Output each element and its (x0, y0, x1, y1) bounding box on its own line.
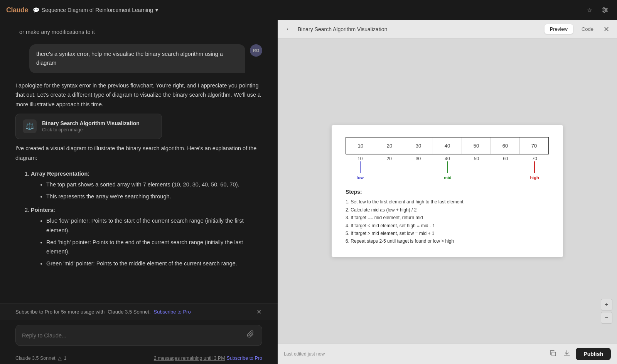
svg-point-4 (605, 9, 607, 11)
artifact-icon: ⚖️ (23, 119, 37, 133)
user-message: there's a syntax error, help me visualis… (15, 44, 262, 73)
chat-panel: or make any modifications to it there's … (0, 20, 278, 364)
response-list: Array Representation: The top part shows… (15, 168, 262, 271)
svg-text:high: high (530, 175, 539, 180)
pointers-svg: low mid high (346, 161, 549, 183)
avatar: RO (250, 44, 262, 57)
preview-content: 10 20 30 40 50 60 70 10203040506070 low (278, 39, 617, 344)
zoom-controls: + − (601, 299, 612, 324)
array-label: 30 (404, 154, 433, 161)
reply-input[interactable] (22, 332, 243, 339)
preview-back-button[interactable]: ← (284, 23, 294, 35)
download-button[interactable] (562, 348, 572, 360)
array-label: 20 (374, 154, 403, 161)
array-labels: 10203040506070 (346, 154, 549, 161)
list-item: This represents the array we're searchin… (46, 192, 262, 201)
preview-header-right: Preview Code ✕ (545, 23, 611, 35)
artifact-subtitle: Click to open image (42, 127, 140, 133)
publish-button[interactable]: Publish (576, 348, 611, 360)
status-right: 2 messages remaining until 3 PM Subscrib… (154, 356, 262, 361)
input-box (15, 325, 262, 346)
settings-button[interactable] (599, 4, 611, 16)
list-item: The top part shows a sorted array with 7… (46, 180, 262, 190)
input-area (0, 320, 278, 352)
list-item: Green 'mid' pointer: Points to the middl… (46, 259, 262, 268)
tab-code[interactable]: Code (576, 24, 599, 34)
last-edited: Last edited just now (284, 351, 325, 357)
svg-rect-12 (552, 352, 556, 356)
array-label: 70 (520, 154, 549, 161)
preview-header-left: ← Binary Search Algorithm Visualization (284, 23, 387, 35)
steps-list: 1. Set low to the first element and high… (346, 198, 549, 245)
close-notification-button[interactable]: ✕ (256, 307, 262, 316)
zoom-in-button[interactable]: + (601, 299, 612, 310)
footer-right: Publish (548, 348, 611, 360)
preview-panel: ← Binary Search Algorithm Visualization … (278, 20, 617, 364)
list-item: Red 'high' pointer: Points to the end of… (46, 238, 262, 257)
tab-preview[interactable]: Preview (545, 24, 573, 34)
array-viz: 10 20 30 40 50 60 70 (346, 137, 549, 154)
artifact-card[interactable]: ⚖️ Binary Search Algorithm Visualization… (15, 114, 162, 139)
svg-text:low: low (357, 175, 364, 180)
claude-logo: Claude (6, 6, 28, 14)
ai-message: I apologize for the syntax error in the … (15, 81, 262, 271)
copy-button[interactable] (548, 348, 558, 360)
star-button[interactable]: ☆ (585, 4, 595, 16)
notification-bar: Subscribe to Pro for 5x more usage with … (0, 303, 278, 320)
array-label: 50 (462, 154, 491, 161)
notification-left: Subscribe to Pro for 5x more usage with … (15, 309, 191, 315)
preview-close-button[interactable]: ✕ (602, 23, 611, 35)
step-item: 6. Repeat steps 2-5 until target is foun… (346, 237, 549, 245)
preview-footer: Last edited just now Publish (278, 344, 617, 364)
array-cell-5: 60 (491, 138, 520, 154)
chat-messages[interactable]: or make any modifications to it there's … (0, 20, 278, 303)
partial-message: or make any modifications to it (15, 28, 262, 37)
array-label: 10 (346, 154, 374, 161)
step-item: 2. Calculate mid as (low + high) / 2 (346, 206, 549, 214)
pointers-area: low mid high (346, 161, 549, 183)
messages-remaining: 2 messages remaining until 3 PM (154, 356, 225, 361)
attach-button[interactable] (246, 330, 256, 341)
conversation-title[interactable]: 💬 Sequence Diagram of Reinforcement Lear… (33, 7, 158, 13)
step-item: 3. If target == mid element, return mid (346, 214, 549, 221)
subscribe-to-pro-link[interactable]: Subscribe to Pro (154, 309, 191, 315)
topbar: Claude 💬 Sequence Diagram of Reinforceme… (0, 0, 617, 20)
model-name: Claude 3.5 Sonnet (15, 356, 56, 361)
topbar-right: ☆ (585, 4, 611, 16)
notification-brand: Claude 3.5 Sonnet. (108, 309, 150, 315)
step-item: 1. Set low to the first element and high… (346, 198, 549, 206)
count-badge: 1 (64, 356, 67, 361)
subscribe-pro-link[interactable]: Subscribe to Pro (227, 356, 262, 361)
steps-section: Steps: 1. Set low to the first element a… (346, 189, 549, 245)
array-label: 60 (491, 154, 520, 161)
array-cell-2: 30 (404, 138, 433, 154)
preview-header: ← Binary Search Algorithm Visualization … (278, 20, 617, 39)
section2-heading: Pointers: (31, 207, 55, 213)
artifact-title: Binary Search Algorithm Visualization (42, 120, 140, 126)
section1-heading: Array Representation: (31, 171, 89, 177)
warning-icon: △ (58, 355, 62, 361)
step-item: 5. If target > mid element, set low = mi… (346, 230, 549, 237)
array-cell-4: 50 (462, 138, 491, 154)
svg-point-3 (603, 8, 605, 9)
status-left: Claude 3.5 Sonnet △ 1 (15, 355, 67, 361)
response-follow-up: I've created a visual diagram to illustr… (15, 144, 262, 163)
array-label: 40 (433, 154, 462, 161)
diagram-card: 10 20 30 40 50 60 70 10203040506070 low (332, 125, 563, 257)
ai-intro-text: I apologize for the syntax error in the … (15, 81, 262, 109)
step-item: 4. If target < mid element, set high = m… (346, 222, 549, 230)
notification-text: Subscribe to Pro for 5x more usage with (15, 309, 105, 315)
conversation-icon: 💬 (33, 7, 39, 13)
artifact-info: Binary Search Algorithm Visualization Cl… (42, 120, 140, 133)
array-cell-3: 40 (433, 138, 462, 154)
conversation-title-text: Sequence Diagram of Reinforcement Learni… (42, 7, 153, 13)
array-cell-0: 10 (346, 138, 375, 154)
preview-title: Binary Search Algorithm Visualization (298, 26, 387, 32)
main-layout: or make any modifications to it there's … (0, 20, 617, 364)
list-item: Blue 'low' pointer: Points to the start … (46, 216, 262, 235)
chevron-down-icon: ▾ (155, 7, 158, 13)
svg-point-5 (604, 11, 605, 12)
zoom-out-button[interactable]: − (601, 312, 612, 324)
array-cell-1: 20 (375, 138, 404, 154)
user-message-content: there's a syntax error, help me visualis… (29, 44, 245, 73)
